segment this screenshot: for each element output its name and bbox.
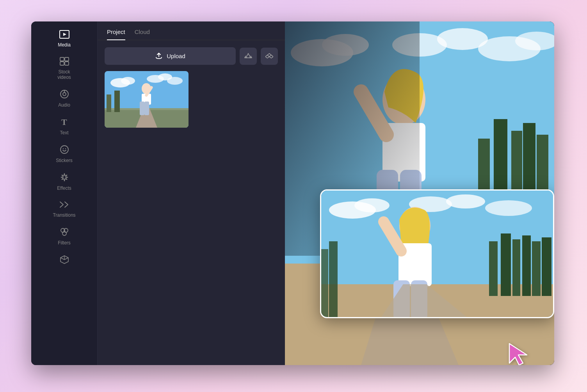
svg-rect-63 xyxy=(512,239,520,296)
media-panel: Project Cloud Upload xyxy=(98,21,285,365)
effects-icon xyxy=(60,173,69,184)
filters-icon xyxy=(60,227,69,238)
panel-tabs: Project Cloud xyxy=(98,21,285,40)
tab-cloud[interactable]: Cloud xyxy=(135,29,150,40)
media-icon xyxy=(59,30,69,40)
sidebar-label-text: Text xyxy=(60,130,68,135)
tab-project[interactable]: Project xyxy=(107,29,125,40)
sidebar-item-text[interactable]: T Text xyxy=(31,113,97,139)
svg-rect-3 xyxy=(65,57,69,61)
svg-point-56 xyxy=(354,198,390,212)
svg-point-11 xyxy=(62,148,63,149)
svg-point-25 xyxy=(167,77,183,85)
svg-rect-61 xyxy=(489,241,498,296)
sidebar-label-audio: Audio xyxy=(58,102,70,108)
upload-bar: Upload xyxy=(105,47,278,65)
preview-area xyxy=(285,21,554,365)
svg-rect-65 xyxy=(532,241,541,296)
svg-point-7 xyxy=(63,93,66,96)
svg-line-18 xyxy=(64,258,68,260)
svg-rect-62 xyxy=(501,233,511,296)
sidebar-label-stickers: Stickers xyxy=(56,158,73,163)
svg-rect-28 xyxy=(107,94,111,112)
app-container: Media Stock videos Audio xyxy=(31,21,554,365)
panel-body: Upload xyxy=(98,40,285,365)
stock-videos-icon xyxy=(60,57,69,67)
svg-rect-2 xyxy=(60,57,64,61)
svg-rect-64 xyxy=(522,235,531,296)
sidebar-label-stock-videos: Stock videos xyxy=(57,69,71,80)
svg-point-12 xyxy=(65,148,66,149)
sidebar-item-stickers[interactable]: Stickers xyxy=(31,141,97,167)
text-icon: T xyxy=(60,117,69,128)
audio-icon xyxy=(60,89,69,100)
svg-rect-73 xyxy=(329,241,338,318)
sidebar-item-filters[interactable]: Filters xyxy=(31,223,97,249)
sidebar-item-effects[interactable]: Effects xyxy=(31,169,97,195)
dropbox-button[interactable] xyxy=(261,48,278,65)
svg-point-10 xyxy=(60,146,68,153)
google-drive-button[interactable] xyxy=(240,48,257,65)
svg-rect-5 xyxy=(65,62,69,65)
upload-icon xyxy=(155,52,163,60)
sidebar-item-audio[interactable]: Audio xyxy=(31,86,97,112)
sidebar-item-transitions[interactable]: Transitions xyxy=(31,196,97,222)
upload-label: Upload xyxy=(167,53,185,59)
svg-rect-72 xyxy=(321,249,328,318)
svg-point-15 xyxy=(62,232,66,235)
sidebar-label-transitions: Transitions xyxy=(53,212,75,218)
svg-text:T: T xyxy=(61,117,67,127)
svg-point-22 xyxy=(121,77,135,85)
svg-rect-66 xyxy=(542,237,551,296)
svg-point-58 xyxy=(446,194,485,208)
sidebar-item-stock-videos[interactable]: Stock videos xyxy=(31,53,97,84)
svg-marker-1 xyxy=(63,33,66,36)
sidebar-item-3d[interactable] xyxy=(31,251,97,270)
svg-point-59 xyxy=(485,200,532,216)
cube-icon xyxy=(60,255,69,266)
svg-rect-4 xyxy=(60,62,64,65)
svg-rect-32 xyxy=(140,102,144,115)
svg-rect-29 xyxy=(114,91,120,112)
sidebar-label-filters: Filters xyxy=(58,240,71,246)
transitions-icon xyxy=(59,200,69,210)
preview-card xyxy=(320,189,554,318)
sidebar-label-media: Media xyxy=(58,42,71,48)
svg-rect-33 xyxy=(144,102,149,115)
media-grid xyxy=(105,71,278,128)
sidebar: Media Stock videos Audio xyxy=(31,21,98,365)
sidebar-item-media[interactable]: Media xyxy=(31,26,97,52)
upload-button[interactable]: Upload xyxy=(105,47,236,65)
stickers-icon xyxy=(60,145,69,156)
media-thumbnail[interactable] xyxy=(105,71,189,128)
svg-line-19 xyxy=(60,258,64,260)
sidebar-label-effects: Effects xyxy=(57,185,71,191)
